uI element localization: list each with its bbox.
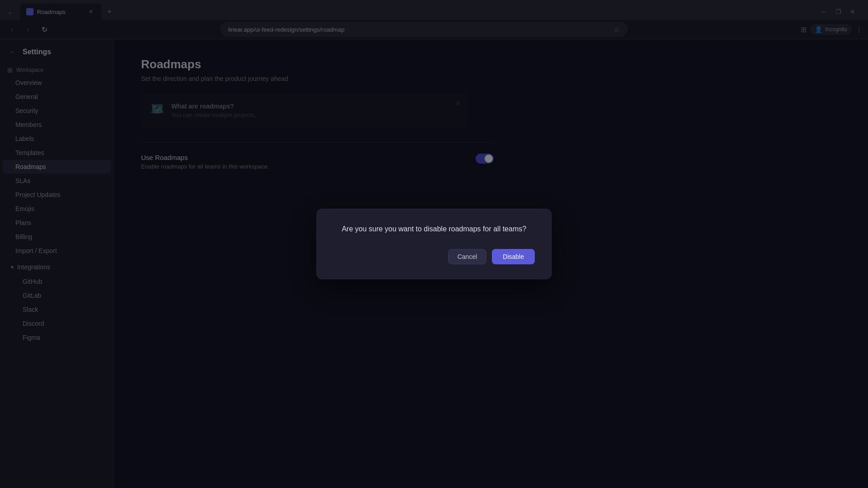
dialog-overlay: Are you sure you want to disable roadmap…	[0, 0, 868, 488]
disable-button[interactable]: Disable	[492, 249, 535, 264]
dialog-message: Are you sure you want to disable roadmap…	[333, 224, 535, 235]
confirmation-dialog: Are you sure you want to disable roadmap…	[316, 209, 552, 279]
cancel-button[interactable]: Cancel	[448, 249, 487, 264]
dialog-actions: Cancel Disable	[333, 249, 535, 264]
